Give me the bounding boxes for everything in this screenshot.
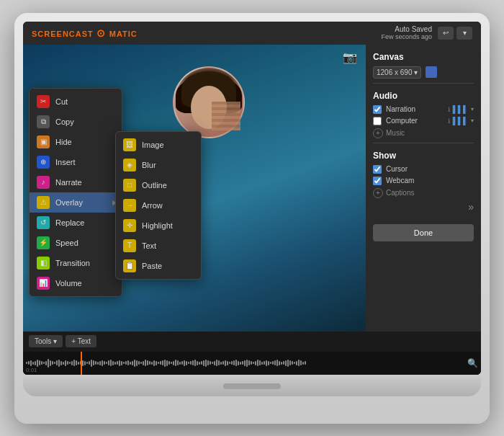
waveform-bar — [69, 362, 71, 364]
video-area: 📷 ✂ Cut ⧉ Copy ▣ Hide — [23, 45, 366, 332]
menu-item-cut[interactable]: ✂ Cut — [30, 92, 122, 112]
waveform-bar — [147, 360, 148, 365]
menu-item-insert[interactable]: ⊕ Insert — [30, 152, 122, 172]
menu-item-speed[interactable]: ⚡ Speed — [30, 233, 122, 253]
music-label: Music — [386, 129, 405, 137]
waveform-bar — [281, 362, 282, 365]
undo-redo-controls: ↩ ▾ — [438, 27, 472, 40]
waveform-bar — [244, 360, 246, 366]
submenu-item-image[interactable]: 🖼 Image — [116, 135, 201, 155]
waveform-bar — [231, 361, 233, 365]
webcam-checkbox[interactable] — [373, 177, 382, 185]
canvas-color-swatch[interactable] — [426, 66, 437, 78]
menu-item-volume[interactable]: 📊 Volume — [30, 273, 122, 293]
computer-checkbox[interactable] — [373, 117, 382, 125]
music-row[interactable]: + Music — [373, 128, 474, 138]
done-button[interactable]: Done — [373, 224, 474, 241]
waveform-bar — [50, 360, 51, 366]
waveform-bar — [210, 361, 211, 365]
waveform-bar — [192, 360, 194, 365]
waveform-bar — [149, 361, 150, 365]
waveform-bar — [125, 361, 127, 365]
auto-saved-status: Auto Saved Few seconds ago — [381, 25, 432, 40]
waveform-bar — [134, 360, 135, 367]
waveform-bar — [28, 361, 30, 365]
menu-item-overlay[interactable]: ⚠ Overlay ▶ — [30, 192, 122, 213]
waveform-bar — [158, 362, 159, 364]
waveform-bar — [235, 360, 237, 366]
computer-info-icon: ℹ — [448, 117, 450, 125]
waveform-bar — [268, 361, 269, 365]
waveform-bar — [207, 360, 209, 365]
replace-icon: ↺ — [37, 216, 50, 229]
context-menu: ✂ Cut ⧉ Copy ▣ Hide ⊕ Insert — [29, 88, 122, 297]
submenu-item-highlight[interactable]: ✛ Highlight — [116, 215, 201, 236]
waveform-bar — [145, 360, 146, 366]
waveform-bar — [82, 360, 84, 366]
waveform-bar — [130, 362, 131, 365]
captions-add-icon: + — [373, 188, 383, 198]
waveform-bars — [26, 352, 478, 375]
waveform-bar — [37, 360, 38, 367]
waveform-bar — [266, 360, 267, 366]
waveform-bar — [302, 362, 304, 365]
waveform-bar — [298, 360, 300, 366]
tools-button[interactable]: Tools ▾ — [29, 335, 63, 347]
waveform-search-icon[interactable]: 🔍 — [467, 358, 478, 368]
menu-item-transition[interactable]: ◧ Transition — [30, 253, 122, 273]
image-icon: 🖼 — [123, 138, 136, 151]
image-label: Image — [142, 141, 164, 149]
waveform-bar — [199, 362, 200, 365]
music-add-icon: + — [373, 128, 383, 138]
paste-label: Paste — [142, 262, 162, 270]
hide-label: Hide — [55, 138, 72, 146]
highlight-label: Highlight — [142, 221, 173, 230]
submenu-item-blur[interactable]: ◈ Blur — [116, 155, 201, 175]
waveform-bar — [86, 362, 88, 364]
expand-button[interactable]: » — [468, 201, 474, 213]
cursor-checkbox[interactable] — [373, 165, 382, 174]
waveform-bar — [184, 360, 185, 366]
waveform-bar — [41, 361, 42, 365]
dropdown-button[interactable]: ▾ — [456, 27, 472, 40]
menu-item-narrate[interactable]: ♪ Narrate — [30, 172, 122, 192]
captions-row[interactable]: + Captions — [373, 188, 474, 198]
cursor-label: Cursor — [386, 165, 408, 173]
waveform-bar — [58, 360, 60, 367]
waveform-bar — [63, 362, 64, 365]
submenu-item-text[interactable]: T Text — [116, 236, 201, 256]
waveform-bar — [119, 360, 120, 366]
computer-label: Computer — [386, 117, 418, 125]
undo-button[interactable]: ↩ — [438, 27, 454, 40]
waveform-bar — [166, 360, 168, 366]
paste-icon: 📋 — [123, 259, 136, 272]
waveform-bar — [190, 361, 192, 365]
waveform-bar — [52, 361, 53, 365]
waveform-bar — [238, 361, 239, 365]
narration-label: Narration — [386, 105, 415, 113]
waveform-bar — [220, 362, 222, 365]
menu-item-hide[interactable]: ▣ Hide — [30, 132, 122, 152]
submenu-item-arrow[interactable]: → Arrow — [116, 195, 201, 215]
waveform-bar — [264, 361, 265, 365]
submenu-item-paste[interactable]: 📋 Paste — [116, 256, 201, 276]
narration-info-icon: ℹ — [448, 106, 450, 113]
computer-bar-icon: ▌▌▌ — [453, 117, 468, 125]
text-button[interactable]: + Text — [66, 335, 96, 347]
menu-item-copy[interactable]: ⧉ Copy — [30, 112, 122, 132]
waveform-bar — [279, 361, 280, 365]
waveform-bar — [91, 360, 92, 367]
waveform-bar — [240, 362, 241, 365]
canvas-resolution-select[interactable]: 1206 x 690 ▾ — [373, 66, 421, 79]
waveform-bar — [171, 362, 172, 364]
narration-checkbox[interactable] — [373, 105, 382, 114]
waveform-bar — [45, 361, 47, 365]
waveform-bar — [186, 361, 187, 365]
laptop-base — [23, 376, 481, 396]
menu-item-replace[interactable]: ↺ Replace — [30, 213, 122, 233]
waveform-bar — [151, 362, 153, 365]
brand-name2: MATIC — [109, 30, 138, 38]
waveform-bar — [276, 360, 278, 366]
submenu-item-outline[interactable]: □ Outline — [116, 175, 201, 195]
waveform-bar — [39, 360, 40, 365]
